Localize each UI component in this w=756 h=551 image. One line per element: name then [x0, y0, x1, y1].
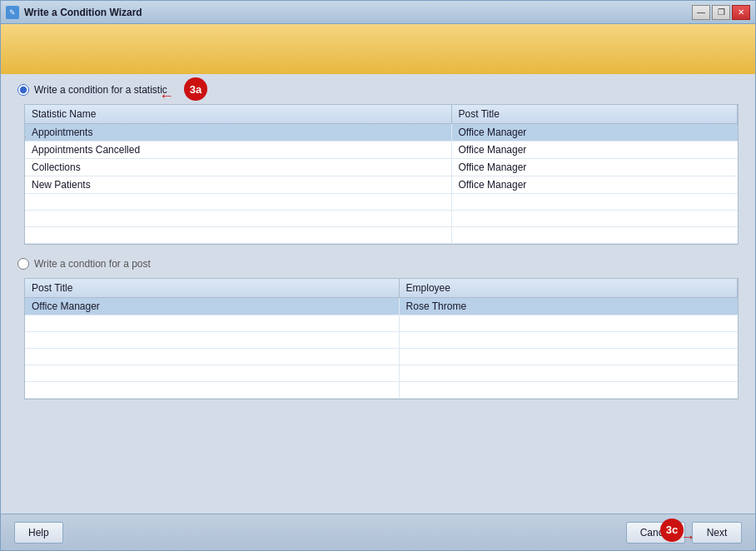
table-row-empty	[25, 382, 738, 399]
post-title-cell: Office Manager	[451, 159, 737, 176]
statistic-col-header-name: Statistic Name	[25, 105, 451, 124]
table-row-empty	[25, 365, 738, 382]
footer-right: Cancel 3c → Next	[626, 522, 742, 544]
post-table-container: Post Title Employee Office Manager Rose …	[24, 278, 739, 400]
radio-post[interactable]	[17, 258, 29, 270]
post-title-cell: Office Manager	[25, 298, 399, 315]
app-icon: ✎	[6, 6, 19, 19]
footer: Help Cancel 3c → Next	[1, 514, 755, 550]
statistic-col-header-post: Post Title	[451, 105, 737, 124]
table-row-empty	[25, 349, 738, 365]
post-table-body: Office Manager Rose Throme	[25, 298, 738, 399]
title-bar-left: ✎ Write a Condition Wizard	[6, 6, 142, 19]
post-title-cell: Office Manager	[451, 176, 737, 194]
badge-3a: 3a	[184, 77, 207, 101]
section-statistic: Write a condition for a statistic 3a ← 3…	[17, 84, 739, 245]
section-post: Write a condtion for a post Post Title E…	[17, 258, 739, 400]
post-col-header-title: Post Title	[25, 279, 399, 298]
table-row-empty	[25, 315, 738, 332]
table-row[interactable]: Collections Office Manager	[25, 159, 738, 176]
cancel-button[interactable]: Cancel	[626, 522, 685, 544]
statistic-table-body: Appointments Office Manager Appointments…	[25, 124, 738, 244]
radio-post-label: Write a condtion for a post	[34, 258, 151, 270]
content-area: Write a condition for a statistic 3a ← 3…	[1, 74, 755, 514]
title-bar: ✎ Write a Condition Wizard — ❐ ✕	[1, 1, 755, 24]
minimize-button[interactable]: —	[692, 5, 710, 20]
statistic-name-cell: Appointments Cancelled	[25, 141, 451, 159]
post-col-header-employee: Employee	[399, 279, 737, 298]
window-controls: — ❐ ✕	[692, 5, 750, 20]
table-row-empty	[25, 227, 738, 244]
next-button[interactable]: Next	[692, 522, 742, 544]
statistic-table-container: 3b → Statistic Name Post Title Appointme…	[24, 104, 739, 245]
help-button[interactable]: Help	[14, 522, 63, 544]
post-table-header-row: Post Title Employee	[25, 279, 738, 298]
banner	[1, 24, 755, 74]
table-row[interactable]: Office Manager Rose Throme	[25, 298, 738, 315]
radio-row-post: Write a condtion for a post	[17, 258, 739, 270]
table-row[interactable]: Appointments Office Manager	[25, 124, 738, 141]
post-table: Post Title Employee Office Manager Rose …	[25, 279, 738, 399]
statistic-name-cell: Appointments	[25, 124, 451, 141]
statistic-table: Statistic Name Post Title Appointments O…	[25, 105, 738, 244]
table-row-empty	[25, 332, 738, 349]
next-btn-wrapper: 3c → Next	[692, 522, 742, 544]
table-row-empty	[25, 194, 738, 211]
statistic-table-header-row: Statistic Name Post Title	[25, 105, 738, 124]
window-title: Write a Condition Wizard	[24, 7, 142, 18]
radio-statistic[interactable]	[17, 84, 29, 96]
close-button[interactable]: ✕	[732, 5, 750, 20]
employee-cell: Rose Throme	[399, 298, 737, 315]
main-window: ✎ Write a Condition Wizard — ❐ ✕ Write a…	[0, 0, 756, 551]
radio-statistic-label: Write a condition for a statistic	[34, 84, 167, 96]
table-row[interactable]: New Patients Office Manager	[25, 176, 738, 194]
statistic-name-cell: New Patients	[25, 176, 451, 194]
table-row-empty	[25, 211, 738, 227]
table-row[interactable]: Appointments Cancelled Office Manager	[25, 141, 738, 159]
statistic-name-cell: Collections	[25, 159, 451, 176]
radio-row-statistic: Write a condition for a statistic 3a ←	[17, 84, 739, 96]
post-title-cell: Office Manager	[451, 124, 737, 141]
post-title-cell: Office Manager	[451, 141, 737, 159]
restore-button[interactable]: ❐	[712, 5, 730, 20]
